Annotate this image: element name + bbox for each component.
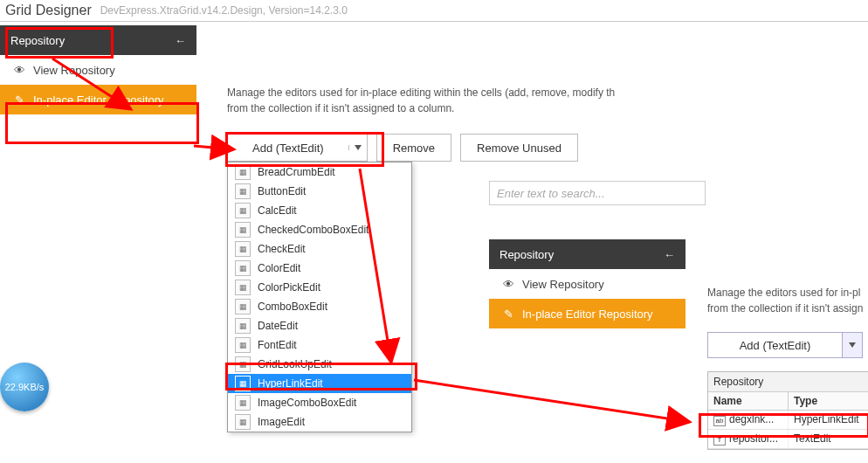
sidebar-item-label: View Repository bbox=[33, 64, 115, 77]
grid-row[interactable]: Trepositor... TextEdit bbox=[708, 430, 868, 449]
editor-icon: ▦ bbox=[235, 318, 251, 334]
editor-type-label: ColorPickEdit bbox=[258, 281, 320, 294]
mini-sidebar-item-inplace-editor[interactable]: ✎ In-place Editor Repository bbox=[489, 299, 685, 328]
remove-unused-label: Remove Unused bbox=[477, 142, 561, 155]
editor-type-label: FontEdit bbox=[258, 339, 297, 351]
sidebar-item-label: In-place Editor Repository bbox=[522, 308, 653, 321]
toolbar: Add (TextEdit) Remove Remove Unused bbox=[227, 134, 578, 162]
editor-type-option[interactable]: ▦FontEdit bbox=[228, 335, 411, 355]
editor-type-label: GridLookUpEdit bbox=[258, 358, 332, 370]
search-input[interactable]: Enter text to search... bbox=[489, 181, 706, 205]
mini-sidebar: Repository ← 👁 View Repository ✎ In-plac… bbox=[489, 239, 685, 328]
col-name[interactable]: Name bbox=[708, 392, 789, 410]
editor-type-option[interactable]: ▦DateEdit bbox=[228, 316, 411, 335]
editor-icon: ▦ bbox=[235, 376, 251, 391]
editor-type-option[interactable]: ▦ImageComboBoxEdit bbox=[228, 393, 411, 412]
editor-type-option[interactable]: ▦ColorPickEdit bbox=[228, 278, 411, 297]
mini-sidebar-item-view-repository[interactable]: 👁 View Repository bbox=[489, 269, 685, 299]
help-line: from the collection if it isn't assign bbox=[707, 302, 863, 314]
editor-type-option[interactable]: ▦GridLookUpEdit bbox=[228, 355, 411, 374]
textedit-icon: T bbox=[713, 435, 726, 446]
cell-name: Trepositor... bbox=[708, 430, 789, 448]
chevron-down-icon bbox=[849, 342, 856, 348]
cell-type: HyperLinkEdit bbox=[789, 411, 868, 429]
remove-label: Remove bbox=[393, 142, 435, 155]
editor-icon: ▦ bbox=[235, 414, 251, 430]
editor-type-label: CheckEdit bbox=[258, 243, 306, 255]
repository-grid: Repository Name Type abdegxlnk... HyperL… bbox=[707, 371, 868, 450]
editor-type-label: ColorEdit bbox=[258, 262, 300, 274]
search-placeholder: Enter text to search... bbox=[497, 187, 605, 200]
add-button[interactable]: Add (TextEdit) bbox=[227, 134, 368, 162]
sidebar-item-label: In-place Editor Repository bbox=[33, 93, 164, 107]
grid-row[interactable]: abdegxlnk... HyperLinkEdit bbox=[708, 411, 868, 430]
editor-icon: ▦ bbox=[235, 241, 251, 257]
col-type[interactable]: Type bbox=[789, 392, 868, 410]
editor-icon: ▦ bbox=[235, 337, 251, 353]
eye-icon: 👁 bbox=[501, 277, 515, 291]
help-line: Manage the editors used for in-pl bbox=[707, 287, 860, 299]
back-arrow-icon[interactable]: ← bbox=[664, 248, 675, 261]
version-label: DevExpress.XtraGrid.v14.2.Design, Versio… bbox=[100, 4, 348, 17]
editor-type-label: CheckedComboBoxEdit bbox=[258, 224, 369, 236]
editor-type-option[interactable]: ▦ImageEdit bbox=[228, 412, 411, 432]
app-title: Grid Designer bbox=[5, 3, 92, 18]
editor-icon: ▦ bbox=[235, 280, 251, 295]
editor-type-label: DateEdit bbox=[258, 320, 298, 332]
help-text: Manage the editors used for in-place edi… bbox=[227, 85, 681, 116]
add-button-label: Add (TextEdit) bbox=[228, 142, 348, 155]
editor-type-label: ImageEdit bbox=[258, 416, 305, 428]
remove-button[interactable]: Remove bbox=[376, 134, 451, 162]
editor-icon: ▦ bbox=[235, 183, 251, 199]
editor-type-label: CalcEdit bbox=[258, 204, 297, 217]
editor-type-option[interactable]: ▦CheckedComboBoxEdit bbox=[228, 220, 411, 239]
editor-type-option[interactable]: ▦CalcEdit bbox=[228, 201, 411, 220]
speed-label: 22.9KB/s bbox=[5, 382, 45, 392]
sidebar: Repository ← 👁 View Repository ✎ In-plac… bbox=[0, 25, 196, 114]
grid-header-row: Name Type bbox=[708, 392, 868, 411]
help-line: from the collection if it isn't assigned… bbox=[227, 102, 454, 114]
edit-icon: ✎ bbox=[501, 307, 515, 321]
editor-type-option[interactable]: ▦CheckEdit bbox=[228, 239, 411, 259]
grid-group-header: Repository bbox=[708, 372, 868, 392]
editor-icon: ▦ bbox=[235, 299, 251, 314]
edit-icon: ✎ bbox=[12, 93, 26, 107]
add-dropdown-toggle[interactable] bbox=[348, 145, 367, 150]
sidebar-item-view-repository[interactable]: 👁 View Repository bbox=[0, 55, 196, 85]
editor-type-label: ButtonEdit bbox=[258, 185, 306, 197]
mini-sidebar-title: Repository bbox=[499, 248, 554, 261]
editor-type-option[interactable]: ▦ColorEdit bbox=[228, 259, 411, 278]
editor-type-label: BreadCrumbEdit bbox=[258, 166, 335, 178]
mini-add-label: Add (TextEdit) bbox=[708, 333, 842, 357]
editor-icon: ▦ bbox=[235, 203, 251, 218]
editor-type-option[interactable]: ▦HyperLinkEdit bbox=[228, 374, 411, 393]
sidebar-item-inplace-editor[interactable]: ✎ In-place Editor Repository bbox=[0, 85, 196, 114]
editor-type-label: ImageComboBoxEdit bbox=[258, 397, 356, 409]
editor-type-label: HyperLinkEdit bbox=[258, 377, 323, 390]
editor-type-option[interactable]: ▦BreadCrumbEdit bbox=[228, 162, 411, 182]
mini-add-dropdown-toggle[interactable] bbox=[842, 333, 862, 357]
speed-bubble: 22.9KB/s bbox=[0, 363, 49, 411]
cell-name: abdegxlnk... bbox=[708, 411, 789, 429]
eye-icon: 👁 bbox=[12, 63, 26, 77]
title-bar: Grid Designer DevExpress.XtraGrid.v14.2.… bbox=[0, 0, 868, 22]
back-arrow-icon[interactable]: ← bbox=[175, 34, 186, 47]
editor-icon: ▦ bbox=[235, 356, 251, 372]
editor-type-option[interactable]: ▦ComboBoxEdit bbox=[228, 297, 411, 316]
sidebar-title: Repository bbox=[10, 34, 65, 47]
sidebar-item-label: View Repository bbox=[522, 278, 604, 291]
remove-unused-button[interactable]: Remove Unused bbox=[460, 134, 578, 162]
mini-sidebar-header: Repository ← bbox=[489, 239, 685, 269]
help-line: Manage the editors used for in-place edi… bbox=[227, 86, 615, 99]
hyperlink-icon: ab bbox=[713, 416, 726, 426]
chevron-down-icon bbox=[355, 145, 362, 150]
editor-icon: ▦ bbox=[235, 222, 251, 238]
sidebar-header: Repository ← bbox=[0, 25, 196, 55]
editor-icon: ▦ bbox=[235, 395, 251, 411]
editor-type-label: ComboBoxEdit bbox=[258, 301, 327, 313]
cell-type: TextEdit bbox=[789, 430, 868, 448]
svg-line-3 bbox=[414, 380, 690, 422]
mini-add-button[interactable]: Add (TextEdit) bbox=[707, 332, 863, 358]
editor-type-option[interactable]: ▦ButtonEdit bbox=[228, 182, 411, 201]
editor-icon: ▦ bbox=[235, 260, 251, 276]
